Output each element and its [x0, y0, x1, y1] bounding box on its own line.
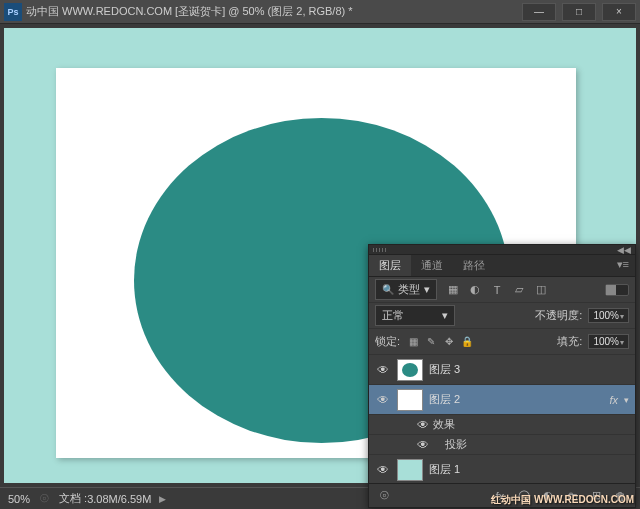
- blend-mode-dropdown[interactable]: 正常 ▾: [375, 305, 455, 326]
- layer-list: 👁 图层 3 👁 图层 2 fx ▾ 👁 效果 👁 投影 👁 图层 1: [369, 355, 635, 485]
- filter-pixel-icon[interactable]: ▦: [445, 282, 461, 298]
- layer-name[interactable]: 图层 1: [429, 462, 635, 477]
- panel-footer: ⦾ fx ◯ ◐ 🗀 ⊞ 🗑: [369, 483, 635, 507]
- mask-icon[interactable]: ◯: [513, 487, 535, 505]
- panel-collapse-icon[interactable]: ◀◀: [617, 245, 631, 255]
- new-layer-icon[interactable]: ⊞: [585, 487, 607, 505]
- kind-filter-dropdown[interactable]: 🔍 类型 ▾: [375, 279, 437, 300]
- layer-row[interactable]: 👁 图层 1: [369, 455, 635, 485]
- tab-paths[interactable]: 路径: [453, 255, 495, 276]
- lock-icons: ▦ ✎ ✥ 🔒: [406, 335, 474, 349]
- adjustment-icon[interactable]: ◐: [537, 487, 559, 505]
- group-icon[interactable]: 🗀: [561, 487, 583, 505]
- layer-thumbnail[interactable]: [397, 359, 423, 381]
- status-arrow-icon[interactable]: ▶: [159, 494, 166, 504]
- opacity-input[interactable]: 100%▾: [588, 308, 629, 323]
- lock-label: 锁定:: [375, 334, 400, 349]
- layers-panel: ◀◀ 图层 通道 路径 ▾≡ 🔍 类型 ▾ ▦ ◐ T ▱ ◫ 正常 ▾ 不透明…: [368, 244, 636, 508]
- lock-position-icon[interactable]: ✥: [442, 335, 456, 349]
- blend-row: 正常 ▾ 不透明度: 100%▾: [369, 303, 635, 329]
- filter-smart-icon[interactable]: ◫: [533, 282, 549, 298]
- fx-menu-icon[interactable]: fx: [489, 487, 511, 505]
- close-button[interactable]: ×: [602, 3, 636, 21]
- document-title: 动中国 WWW.REDOCN.COM [圣诞贺卡] @ 50% (图层 2, R…: [26, 4, 522, 19]
- layer-thumbnail[interactable]: [397, 459, 423, 481]
- minimize-button[interactable]: —: [522, 3, 556, 21]
- visibility-icon[interactable]: 👁: [369, 463, 397, 477]
- layer-row[interactable]: 👁 图层 3: [369, 355, 635, 385]
- dropdown-arrow-icon: ▾: [442, 309, 448, 322]
- panel-menu-icon[interactable]: ▾≡: [611, 255, 635, 276]
- tab-layers[interactable]: 图层: [369, 255, 411, 276]
- filter-type-icon[interactable]: T: [489, 282, 505, 298]
- layer-effect-item[interactable]: 👁 投影: [369, 435, 635, 455]
- layer-effects-row[interactable]: 👁 效果: [369, 415, 635, 435]
- drop-shadow-label: 投影: [433, 437, 467, 452]
- filter-adjust-icon[interactable]: ◐: [467, 282, 483, 298]
- dropdown-arrow-icon: ▾: [424, 283, 430, 296]
- fill-label: 填充:: [557, 334, 582, 349]
- status-separator: ⦾: [40, 492, 49, 505]
- visibility-icon[interactable]: 👁: [369, 363, 397, 377]
- layer-name[interactable]: 图层 2: [429, 392, 609, 407]
- layer-name[interactable]: 图层 3: [429, 362, 635, 377]
- tab-channels[interactable]: 通道: [411, 255, 453, 276]
- link-layers-icon[interactable]: ⦾: [373, 487, 395, 505]
- lock-pixels-icon[interactable]: ✎: [424, 335, 438, 349]
- doc-size-value: 3.08M/6.59M: [87, 493, 151, 505]
- opacity-label: 不透明度:: [535, 308, 582, 323]
- fx-badge[interactable]: fx: [609, 394, 618, 406]
- panel-tabs: 图层 通道 路径 ▾≡: [369, 255, 635, 277]
- lock-transparency-icon[interactable]: ▦: [406, 335, 420, 349]
- filter-row: 🔍 类型 ▾ ▦ ◐ T ▱ ◫: [369, 277, 635, 303]
- window-titlebar: Ps 动中国 WWW.REDOCN.COM [圣诞贺卡] @ 50% (图层 2…: [0, 0, 640, 24]
- visibility-icon[interactable]: 👁: [413, 418, 433, 432]
- app-icon: Ps: [4, 3, 22, 21]
- filter-shape-icon[interactable]: ▱: [511, 282, 527, 298]
- filter-icons: ▦ ◐ T ▱ ◫: [445, 282, 549, 298]
- layer-thumbnail[interactable]: [397, 389, 423, 411]
- maximize-button[interactable]: □: [562, 3, 596, 21]
- zoom-value[interactable]: 50%: [8, 493, 30, 505]
- blend-mode-value: 正常: [382, 308, 404, 323]
- doc-size-label: 文档 :: [59, 491, 87, 506]
- kind-label: 类型: [398, 282, 420, 297]
- fill-input[interactable]: 100%▾: [588, 334, 629, 349]
- lock-all-icon[interactable]: 🔒: [460, 335, 474, 349]
- search-icon: 🔍: [382, 284, 394, 295]
- visibility-icon[interactable]: 👁: [369, 393, 397, 407]
- lock-row: 锁定: ▦ ✎ ✥ 🔒 填充: 100%▾: [369, 329, 635, 355]
- panel-drag-handle[interactable]: ◀◀: [369, 245, 635, 255]
- window-controls: — □ ×: [522, 3, 636, 21]
- visibility-icon[interactable]: 👁: [413, 438, 433, 452]
- filter-toggle[interactable]: [605, 284, 629, 296]
- delete-icon[interactable]: 🗑: [609, 487, 631, 505]
- fx-expand-icon[interactable]: ▾: [624, 395, 629, 405]
- effects-label: 效果: [433, 417, 455, 432]
- layer-row[interactable]: 👁 图层 2 fx ▾: [369, 385, 635, 415]
